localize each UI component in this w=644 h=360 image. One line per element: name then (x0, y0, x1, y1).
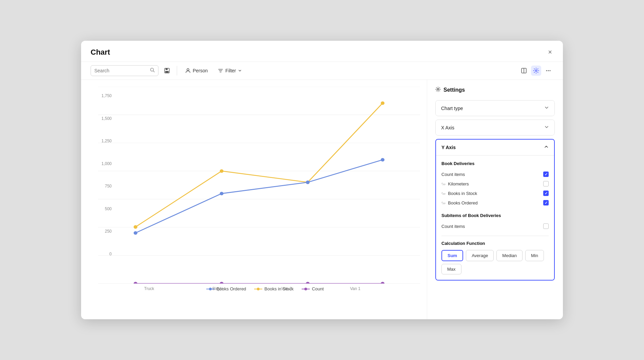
svg-rect-4 (165, 71, 169, 73)
x-label-van1: Van 1 (350, 286, 360, 291)
num-icon-bo: ¹₂₃ (441, 201, 445, 205)
svg-point-24 (134, 231, 137, 235)
kilometers-text: Kilometers (448, 181, 469, 186)
count-items-text: Count items (441, 172, 465, 177)
svg-rect-3 (166, 68, 168, 70)
search-icon (150, 68, 155, 74)
collapse-button[interactable] (519, 66, 529, 76)
subitems-count-row: Count items (441, 221, 549, 231)
title-bar: Chart × (81, 41, 563, 62)
svg-point-32 (437, 89, 439, 90)
calc-sum-button[interactable]: Sum (441, 250, 463, 261)
search-input[interactable] (94, 68, 147, 73)
x-axis-row[interactable]: X Axis (436, 120, 554, 135)
more-button[interactable] (543, 66, 553, 76)
svg-point-30 (306, 282, 309, 284)
svg-point-8 (535, 70, 537, 72)
settings-header: Settings (435, 87, 555, 93)
x-axis-chevron-down (544, 125, 549, 130)
subitems-count-text: Count items (441, 224, 465, 229)
calc-average-button[interactable]: Average (466, 250, 494, 261)
x-label-truck: Truck (144, 286, 154, 291)
person-button[interactable]: Person (182, 66, 211, 75)
books-in-stock-row: ¹₂₃ Books in Stock (441, 188, 549, 198)
chart-type-section: Chart type (435, 100, 555, 116)
kilometers-row: ¹₂₃ Kilometers (441, 179, 549, 188)
search-box (91, 65, 158, 76)
y-axis-panel: Y Axis Book Deliveries Count items (435, 139, 555, 281)
svg-point-31 (381, 282, 384, 284)
books-in-stock-label: ¹₂₃ Books in Stock (441, 191, 477, 196)
calc-divider (441, 236, 549, 236)
books-ordered-row: ¹₂₃ Books Ordered (441, 198, 549, 208)
svg-point-27 (381, 158, 384, 161)
svg-point-25 (220, 192, 224, 195)
main-window: Chart × Person (81, 41, 563, 319)
chart-svg (98, 87, 420, 284)
window-title: Chart (91, 48, 110, 57)
toolbar-divider (177, 66, 177, 75)
chart-type-chevron-down (544, 105, 549, 111)
calc-min-button[interactable]: Min (525, 250, 544, 261)
num-icon-km: ¹₂₃ (441, 182, 445, 186)
close-button[interactable]: × (547, 47, 553, 57)
svg-line-1 (153, 71, 155, 72)
books-in-stock-checkbox[interactable] (543, 191, 549, 196)
books-in-stock-text: Books in Stock (448, 191, 477, 196)
svg-point-10 (548, 70, 549, 71)
settings-title: Settings (443, 87, 465, 93)
chart-type-label: Chart type (441, 106, 463, 111)
settings-gear-icon (435, 87, 441, 93)
kilometers-checkbox[interactable] (543, 181, 549, 186)
toolbar-right (519, 66, 553, 76)
svg-point-20 (134, 225, 137, 229)
filter-button[interactable]: Filter (214, 66, 245, 75)
books-ordered-label: ¹₂₃ Books Ordered (441, 200, 478, 205)
y-axis-label: Y Axis (441, 145, 456, 150)
subitems-title: Subitems of Book Deliveries (441, 213, 549, 218)
calc-max-button[interactable]: Max (441, 264, 461, 274)
count-items-label: Count items (441, 172, 465, 177)
settings-panel: Settings Chart type X Axis (427, 80, 563, 319)
x-axis-section: X Axis (435, 120, 555, 136)
svg-point-11 (550, 70, 551, 71)
save-button[interactable] (162, 66, 172, 76)
svg-point-9 (546, 70, 547, 71)
toolbar: Person Filter (81, 62, 563, 80)
x-axis-label: X Axis (441, 125, 454, 130)
filter-label: Filter (225, 68, 236, 73)
chart-type-row[interactable]: Chart type (436, 101, 554, 116)
svg-point-29 (220, 282, 224, 284)
x-label-van2: Van 2 (282, 286, 292, 291)
chart-area: 1,750 1,500 1,250 1,000 750 500 250 0 (81, 80, 427, 319)
calc-buttons: Sum Average Median Min Max (441, 250, 549, 274)
books-ordered-checkbox[interactable] (543, 200, 549, 205)
y-axis-chevron-up (544, 144, 549, 150)
svg-point-23 (381, 102, 384, 105)
svg-point-5 (187, 69, 189, 71)
main-content: 1,750 1,500 1,250 1,000 750 500 250 0 (81, 80, 563, 319)
count-items-row: Count items (441, 169, 549, 179)
y-axis-header[interactable]: Y Axis (436, 140, 554, 156)
count-items-checkbox[interactable] (543, 172, 549, 177)
books-ordered-text: Books Ordered (448, 200, 477, 205)
num-icon-bis: ¹₂₃ (441, 192, 445, 195)
kilometers-label: ¹₂₃ Kilometers (441, 181, 469, 186)
book-deliveries-title: Book Deliveries (441, 161, 549, 166)
person-label: Person (193, 68, 208, 73)
svg-point-28 (134, 282, 137, 284)
svg-point-21 (220, 169, 224, 173)
calc-median-button[interactable]: Median (496, 250, 523, 261)
calc-function-title: Calculation Function (441, 241, 549, 246)
y-axis-body: Book Deliveries Count items ¹₂₃ Kilomete… (436, 156, 554, 280)
svg-point-26 (306, 181, 309, 184)
settings-button[interactable] (531, 66, 541, 76)
subitems-count-checkbox[interactable] (543, 223, 549, 229)
subitems-count-label: Count items (441, 224, 465, 229)
